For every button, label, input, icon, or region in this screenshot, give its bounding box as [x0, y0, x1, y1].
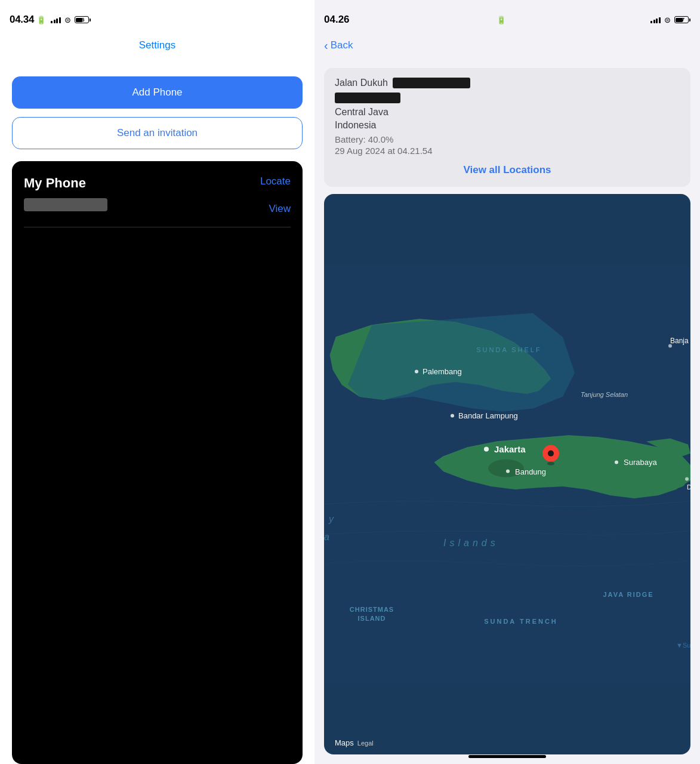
- chevron-left-icon: ‹: [324, 39, 328, 53]
- nav-title-left[interactable]: Settings: [139, 39, 175, 51]
- svg-point-12: [484, 446, 489, 451]
- province-line: Central Java: [335, 107, 680, 118]
- bar3: [56, 19, 58, 23]
- apple-maps-logo: Maps: [332, 738, 354, 747]
- battery-line: Battery: 40.0%: [335, 134, 680, 144]
- wifi-icon-right: ⊜: [664, 16, 671, 24]
- legal-text[interactable]: Legal: [357, 740, 374, 747]
- view-all-locations-button[interactable]: View all Locations: [335, 164, 680, 176]
- battery-label-right: 37: [675, 17, 688, 23]
- svg-text:Jakarta: Jakarta: [494, 443, 526, 454]
- back-button[interactable]: ‹ Back: [324, 39, 353, 53]
- sleep-icon-right: 🔋: [497, 16, 506, 24]
- signal-bars-left: [51, 16, 61, 23]
- redacted-address-1: [393, 78, 470, 88]
- svg-text:Bandar Lampung: Bandar Lampung: [458, 411, 518, 420]
- svg-point-22: [547, 461, 554, 465]
- battery-label-left: 36: [75, 17, 88, 23]
- nav-bar-right: ‹ Back: [314, 32, 700, 58]
- map-branding: Maps Legal: [332, 738, 374, 747]
- svg-text:Islands: Islands: [443, 537, 499, 547]
- svg-text:ISLAND: ISLAND: [358, 614, 386, 621]
- svg-text:CHRISTMAS: CHRISTMAS: [350, 605, 394, 612]
- svg-point-2: [667, 478, 685, 488]
- svg-text:y: y: [328, 513, 334, 523]
- status-bar-left: 04.34 🔋 ⊜ 36: [0, 0, 314, 32]
- status-icons-right: ⊜ 37: [650, 16, 690, 24]
- bar4: [59, 17, 61, 23]
- svg-point-5: [415, 369, 418, 373]
- battery-left: 36: [75, 16, 91, 23]
- phone-redacted: [24, 198, 107, 211]
- redacted-address-2: [335, 93, 400, 103]
- address-line2-wrapper: [335, 92, 680, 103]
- map-container[interactable]: SUNDA SHELF Palembang Bandar Lampung Ban…: [324, 194, 690, 754]
- back-label: Back: [331, 39, 353, 51]
- bar2r: [653, 20, 655, 23]
- svg-point-14: [506, 469, 510, 473]
- send-invite-button[interactable]: Send an invitation: [12, 117, 303, 149]
- svg-point-18: [685, 477, 689, 480]
- svg-text:▼Sur: ▼Sur: [676, 641, 690, 648]
- locate-button[interactable]: Locate: [260, 175, 291, 187]
- battery-body-left: 36: [75, 16, 89, 23]
- maps-text: Maps: [335, 738, 354, 747]
- svg-text:JAVA RIDGE: JAVA RIDGE: [603, 590, 653, 597]
- svg-text:D: D: [687, 483, 690, 490]
- battery-tip-right: [689, 19, 690, 21]
- my-phone-card: My Phone Locate View: [12, 161, 303, 764]
- add-phone-button[interactable]: Add Phone: [12, 76, 303, 109]
- right-panel: 04.26 🔋 ⊜ 37 ‹ Back: [314, 0, 700, 764]
- time-left: 04.34: [10, 14, 34, 26]
- address-text: Jalan Dukuh: [335, 78, 388, 88]
- home-indicator-left: [119, 755, 196, 758]
- battery-right: 37: [674, 16, 690, 23]
- battery-tip-left: [90, 19, 91, 21]
- bar2: [54, 20, 55, 23]
- svg-point-7: [451, 414, 454, 417]
- address-line1: Jalan Dukuh: [335, 78, 680, 88]
- svg-text:a: a: [324, 531, 329, 541]
- map-svg: SUNDA SHELF Palembang Bandar Lampung Ban…: [324, 194, 690, 754]
- country-line: Indonesia: [335, 120, 680, 131]
- buttons-area: Add Phone Send an invitation: [0, 58, 314, 149]
- bar4r: [659, 17, 661, 23]
- bar3r: [656, 19, 658, 23]
- wifi-icon-left: ⊜: [64, 16, 71, 24]
- svg-point-16: [615, 460, 618, 464]
- bar1r: [650, 21, 652, 23]
- left-panel: 04.34 🔋 ⊜ 36 Settings Add Phone Sen: [0, 0, 314, 764]
- location-card: Jalan Dukuh Central Java Indonesia Batte…: [324, 68, 690, 187]
- svg-text:Surabaya: Surabaya: [624, 457, 657, 466]
- bar1: [51, 21, 53, 23]
- svg-text:SUNDA  SHELF: SUNDA SHELF: [476, 346, 541, 353]
- status-icons-left: ⊜ 36: [51, 16, 91, 24]
- battery-body-right: 37: [674, 16, 689, 23]
- svg-point-21: [548, 450, 554, 456]
- timestamp-line: 29 Aug 2024 at 04.21.54: [335, 146, 680, 156]
- nav-bar-left: Settings: [0, 32, 314, 58]
- view-button[interactable]: View: [269, 203, 291, 215]
- svg-text:Bandung: Bandung: [515, 467, 546, 476]
- my-phone-title: My Phone: [24, 175, 86, 190]
- divider: [24, 227, 291, 227]
- svg-text:Tanjung Selatan: Tanjung Selatan: [581, 390, 628, 398]
- svg-text:SUNDA TRENCH: SUNDA TRENCH: [484, 617, 558, 624]
- svg-text:Banja: Banja: [670, 336, 689, 344]
- signal-bars-right: [650, 16, 661, 23]
- home-indicator-right: [468, 755, 546, 758]
- status-bar-right: 04.26 🔋 ⊜ 37: [314, 0, 700, 32]
- sleep-icon: 🔋: [36, 16, 46, 24]
- time-right: 04.26: [324, 14, 350, 26]
- svg-text:Palembang: Palembang: [423, 366, 462, 375]
